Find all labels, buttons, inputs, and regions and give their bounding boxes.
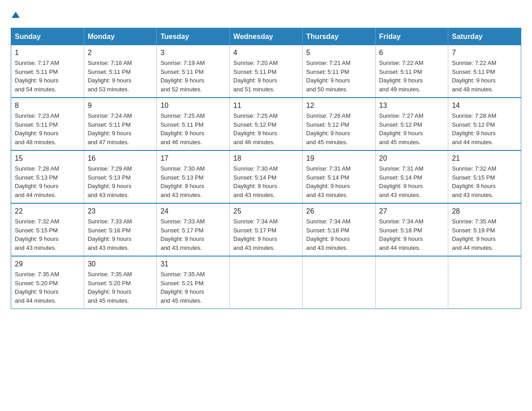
day-info: Sunrise: 7:30 AM Sunset: 5:13 PM Dayligh… <box>160 164 226 199</box>
day-info: Sunrise: 7:23 AM Sunset: 5:11 PM Dayligh… <box>15 111 80 146</box>
day-number: 18 <box>233 154 299 163</box>
day-info: Sunrise: 7:35 AM Sunset: 5:21 PM Dayligh… <box>160 270 226 305</box>
day-number: 14 <box>452 102 517 110</box>
calendar-cell: 18 Sunrise: 7:30 AM Sunset: 5:14 PM Dayl… <box>230 150 303 203</box>
day-number: 10 <box>160 102 226 110</box>
day-number: 16 <box>88 154 153 163</box>
weekday-header-tuesday: Tuesday <box>157 28 230 46</box>
logo <box>11 11 20 21</box>
day-info: Sunrise: 7:33 AM Sunset: 5:16 PM Dayligh… <box>88 217 153 252</box>
day-info: Sunrise: 7:25 AM Sunset: 5:11 PM Dayligh… <box>160 111 226 146</box>
day-info: Sunrise: 7:33 AM Sunset: 5:17 PM Dayligh… <box>160 217 226 252</box>
calendar-cell: 20 Sunrise: 7:31 AM Sunset: 5:14 PM Dayl… <box>375 150 448 203</box>
calendar-cell: 13 Sunrise: 7:27 AM Sunset: 5:12 PM Dayl… <box>375 98 448 150</box>
calendar-cell: 23 Sunrise: 7:33 AM Sunset: 5:16 PM Dayl… <box>84 203 157 256</box>
day-info: Sunrise: 7:25 AM Sunset: 5:12 PM Dayligh… <box>233 111 299 146</box>
calendar-cell: 15 Sunrise: 7:28 AM Sunset: 5:13 PM Dayl… <box>11 150 84 203</box>
calendar-cell <box>375 256 448 309</box>
calendar-header-row: SundayMondayTuesdayWednesdayThursdayFrid… <box>11 28 521 46</box>
calendar-cell <box>302 256 375 309</box>
day-info: Sunrise: 7:31 AM Sunset: 5:14 PM Dayligh… <box>379 164 445 199</box>
day-info: Sunrise: 7:22 AM Sunset: 5:11 PM Dayligh… <box>379 59 445 94</box>
calendar-cell: 1 Sunrise: 7:17 AM Sunset: 5:11 PM Dayli… <box>11 45 84 98</box>
calendar-cell: 6 Sunrise: 7:22 AM Sunset: 5:11 PM Dayli… <box>375 45 448 98</box>
day-info: Sunrise: 7:28 AM Sunset: 5:13 PM Dayligh… <box>15 164 80 199</box>
day-info: Sunrise: 7:30 AM Sunset: 5:14 PM Dayligh… <box>233 164 299 199</box>
day-number: 12 <box>306 102 372 110</box>
calendar-cell: 9 Sunrise: 7:24 AM Sunset: 5:11 PM Dayli… <box>84 98 157 150</box>
day-info: Sunrise: 7:32 AM Sunset: 5:15 PM Dayligh… <box>15 217 80 252</box>
page-header <box>11 11 521 21</box>
day-number: 21 <box>452 154 517 163</box>
day-info: Sunrise: 7:34 AM Sunset: 5:17 PM Dayligh… <box>233 217 299 252</box>
day-info: Sunrise: 7:18 AM Sunset: 5:11 PM Dayligh… <box>88 59 153 94</box>
day-number: 17 <box>160 154 226 163</box>
day-number: 11 <box>233 102 299 110</box>
day-number: 7 <box>452 49 517 57</box>
calendar-week-4: 22 Sunrise: 7:32 AM Sunset: 5:15 PM Dayl… <box>11 203 521 256</box>
calendar-cell: 27 Sunrise: 7:34 AM Sunset: 5:18 PM Dayl… <box>375 203 448 256</box>
day-info: Sunrise: 7:19 AM Sunset: 5:11 PM Dayligh… <box>160 59 226 94</box>
day-number: 20 <box>379 154 445 163</box>
calendar-cell: 19 Sunrise: 7:31 AM Sunset: 5:14 PM Dayl… <box>302 150 375 203</box>
calendar-cell: 8 Sunrise: 7:23 AM Sunset: 5:11 PM Dayli… <box>11 98 84 150</box>
calendar-week-3: 15 Sunrise: 7:28 AM Sunset: 5:13 PM Dayl… <box>11 150 521 203</box>
day-info: Sunrise: 7:34 AM Sunset: 5:18 PM Dayligh… <box>379 217 445 252</box>
calendar-cell: 25 Sunrise: 7:34 AM Sunset: 5:17 PM Dayl… <box>230 203 303 256</box>
calendar-cell: 4 Sunrise: 7:20 AM Sunset: 5:11 PM Dayli… <box>230 45 303 98</box>
day-number: 22 <box>15 207 80 215</box>
day-number: 1 <box>15 49 80 57</box>
day-info: Sunrise: 7:21 AM Sunset: 5:11 PM Dayligh… <box>306 59 372 94</box>
weekday-header-sunday: Sunday <box>11 28 84 46</box>
weekday-header-friday: Friday <box>375 28 448 46</box>
day-number: 6 <box>379 49 445 57</box>
day-number: 29 <box>15 260 80 268</box>
calendar-cell: 5 Sunrise: 7:21 AM Sunset: 5:11 PM Dayli… <box>302 45 375 98</box>
day-number: 2 <box>88 49 153 57</box>
day-number: 31 <box>160 260 226 268</box>
calendar-table: SundayMondayTuesdayWednesdayThursdayFrid… <box>11 28 521 309</box>
day-number: 9 <box>88 102 153 110</box>
calendar-week-2: 8 Sunrise: 7:23 AM Sunset: 5:11 PM Dayli… <box>11 98 521 150</box>
day-info: Sunrise: 7:27 AM Sunset: 5:12 PM Dayligh… <box>379 111 445 146</box>
day-number: 3 <box>160 49 226 57</box>
day-number: 8 <box>15 102 80 110</box>
day-info: Sunrise: 7:17 AM Sunset: 5:11 PM Dayligh… <box>15 59 80 94</box>
day-info: Sunrise: 7:35 AM Sunset: 5:20 PM Dayligh… <box>88 270 153 305</box>
logo-arrow-icon <box>12 11 20 21</box>
day-number: 24 <box>160 207 226 215</box>
calendar-cell: 21 Sunrise: 7:32 AM Sunset: 5:15 PM Dayl… <box>448 150 521 203</box>
day-number: 15 <box>15 154 80 163</box>
calendar-week-1: 1 Sunrise: 7:17 AM Sunset: 5:11 PM Dayli… <box>11 45 521 98</box>
day-number: 27 <box>379 207 445 215</box>
day-number: 13 <box>379 102 445 110</box>
day-info: Sunrise: 7:32 AM Sunset: 5:15 PM Dayligh… <box>452 164 517 199</box>
day-info: Sunrise: 7:35 AM Sunset: 5:19 PM Dayligh… <box>452 217 517 252</box>
calendar-cell: 2 Sunrise: 7:18 AM Sunset: 5:11 PM Dayli… <box>84 45 157 98</box>
day-info: Sunrise: 7:31 AM Sunset: 5:14 PM Dayligh… <box>306 164 372 199</box>
calendar-cell: 16 Sunrise: 7:29 AM Sunset: 5:13 PM Dayl… <box>84 150 157 203</box>
day-info: Sunrise: 7:34 AM Sunset: 5:18 PM Dayligh… <box>306 217 372 252</box>
day-number: 26 <box>306 207 372 215</box>
day-number: 5 <box>306 49 372 57</box>
day-info: Sunrise: 7:26 AM Sunset: 5:12 PM Dayligh… <box>306 111 372 146</box>
weekday-header-wednesday: Wednesday <box>230 28 303 46</box>
calendar-cell: 14 Sunrise: 7:28 AM Sunset: 5:12 PM Dayl… <box>448 98 521 150</box>
day-number: 4 <box>233 49 299 57</box>
day-number: 19 <box>306 154 372 163</box>
day-info: Sunrise: 7:20 AM Sunset: 5:11 PM Dayligh… <box>233 59 299 94</box>
calendar-cell: 10 Sunrise: 7:25 AM Sunset: 5:11 PM Dayl… <box>157 98 230 150</box>
day-number: 25 <box>233 207 299 215</box>
calendar-cell: 31 Sunrise: 7:35 AM Sunset: 5:21 PM Dayl… <box>157 256 230 309</box>
weekday-header-thursday: Thursday <box>302 28 375 46</box>
day-number: 28 <box>452 207 517 215</box>
day-number: 23 <box>88 207 153 215</box>
calendar-week-5: 29 Sunrise: 7:35 AM Sunset: 5:20 PM Dayl… <box>11 256 521 309</box>
day-info: Sunrise: 7:28 AM Sunset: 5:12 PM Dayligh… <box>452 111 517 146</box>
calendar-cell: 26 Sunrise: 7:34 AM Sunset: 5:18 PM Dayl… <box>302 203 375 256</box>
weekday-header-saturday: Saturday <box>448 28 521 46</box>
weekday-header-monday: Monday <box>84 28 157 46</box>
calendar-cell: 17 Sunrise: 7:30 AM Sunset: 5:13 PM Dayl… <box>157 150 230 203</box>
day-info: Sunrise: 7:35 AM Sunset: 5:20 PM Dayligh… <box>15 270 80 305</box>
calendar-cell <box>448 256 521 309</box>
